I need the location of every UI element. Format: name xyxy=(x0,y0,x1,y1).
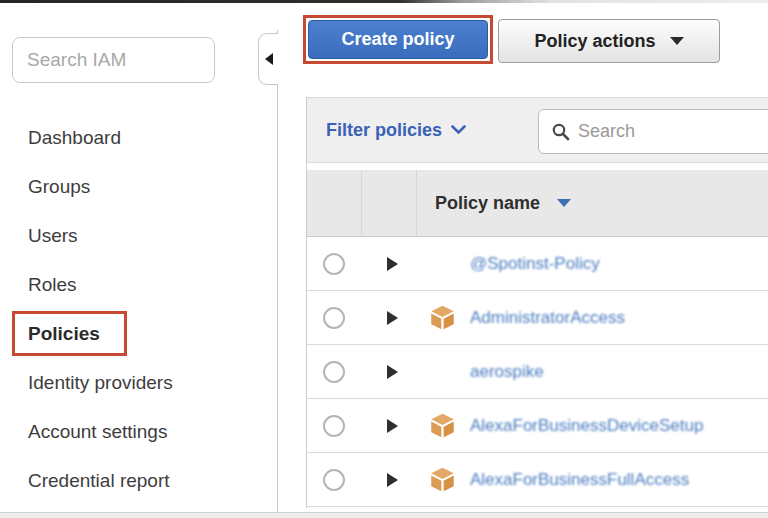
table-header-row: Policy name xyxy=(307,170,768,237)
caret-right-icon[interactable] xyxy=(387,257,398,271)
policy-name-link[interactable]: AlexaForBusinessDeviceSetup xyxy=(470,416,703,436)
iam-search-input[interactable] xyxy=(12,37,215,83)
iam-sidebar: Dashboard Groups Users Roles Policies Id… xyxy=(0,3,277,512)
sidebar-item-policies[interactable]: Policies xyxy=(0,309,277,358)
column-header-policy-name[interactable]: Policy name xyxy=(417,193,571,214)
policy-icon-slot xyxy=(429,250,456,277)
sidebar-item-users[interactable]: Users xyxy=(0,211,277,260)
policy-name-link[interactable]: aerospike xyxy=(470,362,544,382)
policies-toolbar: Filter policies xyxy=(307,97,768,163)
row-radio-button[interactable] xyxy=(323,469,345,491)
caret-right-icon[interactable] xyxy=(387,311,398,325)
sidebar-item-groups[interactable]: Groups xyxy=(0,162,277,211)
policy-name-header-label: Policy name xyxy=(435,193,540,214)
table-row: aerospike xyxy=(307,345,768,399)
filter-policies-label: Filter policies xyxy=(326,120,442,141)
policy-name-link[interactable]: AdministratorAccess xyxy=(470,308,625,328)
header-cell-select xyxy=(307,170,362,236)
policy-icon-slot xyxy=(429,358,456,385)
sidebar-item-identity-providers[interactable]: Identity providers xyxy=(0,358,277,407)
table-body: @Spotinst-Policy AdministratorAccess aer… xyxy=(307,237,768,507)
row-radio-button[interactable] xyxy=(323,415,345,437)
table-row: @Spotinst-Policy xyxy=(307,237,768,291)
sidebar-item-dashboard[interactable]: Dashboard xyxy=(0,113,277,162)
table-row: AdministratorAccess xyxy=(307,291,768,345)
sidebar-divider xyxy=(277,30,278,512)
chevron-down-icon xyxy=(451,125,466,135)
filter-policies-dropdown[interactable]: Filter policies xyxy=(326,120,466,141)
sidebar-item-roles[interactable]: Roles xyxy=(0,260,277,309)
sidebar-item-account-settings[interactable]: Account settings xyxy=(0,407,277,456)
table-row: AlexaForBusinessFullAccess xyxy=(307,453,768,507)
aws-managed-policy-cube-icon xyxy=(429,466,456,493)
caret-down-icon xyxy=(670,37,684,45)
aws-managed-policy-cube-icon xyxy=(429,412,456,439)
row-radio-button[interactable] xyxy=(323,361,345,383)
sidebar-item-credential-report[interactable]: Credential report xyxy=(0,456,277,505)
policy-actions-label: Policy actions xyxy=(534,31,655,52)
create-policy-button[interactable]: Create policy xyxy=(308,20,488,59)
policy-actions-button[interactable]: Policy actions xyxy=(498,19,720,63)
caret-right-icon[interactable] xyxy=(387,365,398,379)
row-radio-button[interactable] xyxy=(323,307,345,329)
policy-search-box[interactable] xyxy=(538,109,768,154)
aws-managed-policy-cube-icon xyxy=(429,304,456,331)
policies-table-panel: Filter policies Policy name @Spotinst-Po… xyxy=(306,97,768,508)
policy-search-input[interactable] xyxy=(578,121,748,142)
annotation-box-create-policy: Create policy xyxy=(303,15,493,64)
table-row: AlexaForBusinessDeviceSetup xyxy=(307,399,768,453)
policy-name-link[interactable]: AlexaForBusinessFullAccess xyxy=(470,470,689,490)
policy-name-link[interactable]: @Spotinst-Policy xyxy=(470,254,600,274)
caret-right-icon[interactable] xyxy=(387,419,398,433)
sidebar-item-label: Policies xyxy=(28,323,100,344)
sidebar-collapse-button[interactable] xyxy=(258,33,278,85)
chevron-left-icon xyxy=(265,53,273,65)
row-radio-button[interactable] xyxy=(323,253,345,275)
search-icon xyxy=(552,123,570,141)
header-cell-expand xyxy=(362,170,417,236)
window-bottom-edge xyxy=(0,512,768,518)
caret-right-icon[interactable] xyxy=(387,473,398,487)
sort-caret-down-icon xyxy=(557,199,571,207)
sidebar-nav: Dashboard Groups Users Roles Policies Id… xyxy=(0,113,277,505)
